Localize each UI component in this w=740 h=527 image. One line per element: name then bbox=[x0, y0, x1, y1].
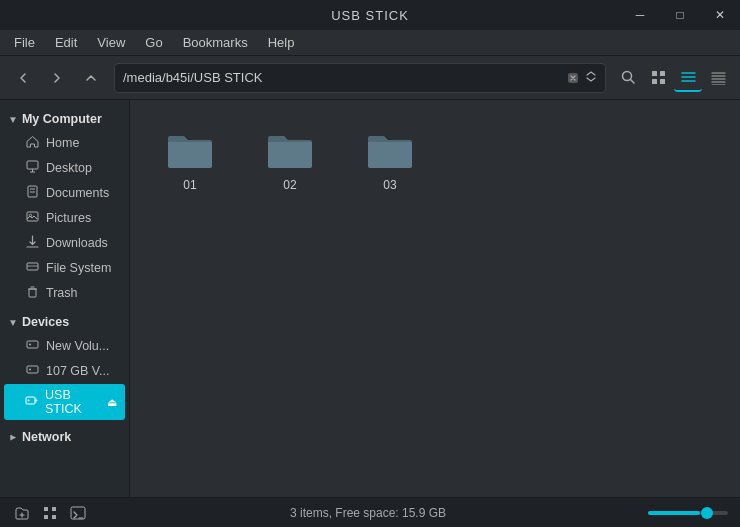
forward-button[interactable] bbox=[42, 63, 72, 93]
folder-02-label: 02 bbox=[283, 178, 296, 192]
menu-view[interactable]: View bbox=[87, 33, 135, 52]
titlebar: USB STICK ─ □ ✕ bbox=[0, 0, 740, 30]
compact-view-button[interactable] bbox=[704, 64, 732, 92]
trash-icon bbox=[24, 285, 40, 301]
menu-edit[interactable]: Edit bbox=[45, 33, 87, 52]
folder-03-label: 03 bbox=[383, 178, 396, 192]
file-area: 01 02 03 bbox=[130, 100, 740, 497]
svg-rect-5 bbox=[652, 79, 657, 84]
window-title: USB STICK bbox=[331, 8, 409, 23]
devices-section[interactable]: ▼ Devices bbox=[0, 311, 129, 333]
svg-rect-24 bbox=[27, 263, 38, 270]
zoom-fill bbox=[648, 511, 700, 515]
folder-02[interactable]: 02 bbox=[250, 120, 330, 200]
address-text: /media/b45i/USB STICK bbox=[123, 70, 563, 85]
svg-rect-29 bbox=[27, 341, 38, 348]
statusbar-zoom bbox=[648, 511, 728, 515]
sidebar-item-107gb[interactable]: 107 GB V... bbox=[4, 359, 125, 383]
menu-bookmarks[interactable]: Bookmarks bbox=[173, 33, 258, 52]
sidebar: ▼ My Computer Home Desktop Documents bbox=[0, 100, 130, 497]
pictures-icon bbox=[24, 210, 40, 226]
search-button[interactable] bbox=[614, 64, 642, 92]
toolbar: /media/b45i/USB STICK bbox=[0, 56, 740, 100]
menu-go[interactable]: Go bbox=[135, 33, 172, 52]
view-mode-button[interactable] bbox=[40, 503, 60, 523]
network-chevron: ▼ bbox=[7, 432, 18, 442]
svg-rect-41 bbox=[71, 507, 85, 519]
sidebar-item-pictures[interactable]: Pictures bbox=[4, 206, 125, 230]
address-expand-button[interactable] bbox=[585, 70, 597, 85]
sidebar-item-trash[interactable]: Trash bbox=[4, 281, 125, 305]
folder-01-label: 01 bbox=[183, 178, 196, 192]
new-volume-label: New Volu... bbox=[46, 339, 109, 353]
downloads-icon bbox=[24, 235, 40, 251]
pictures-label: Pictures bbox=[46, 211, 91, 225]
svg-rect-6 bbox=[660, 79, 665, 84]
zoom-thumb[interactable] bbox=[701, 507, 713, 519]
terminal-button[interactable] bbox=[68, 503, 88, 523]
up-button[interactable] bbox=[76, 63, 106, 93]
address-clear-button[interactable] bbox=[567, 72, 579, 84]
list-view-button[interactable] bbox=[674, 64, 702, 92]
svg-point-32 bbox=[29, 369, 31, 371]
folder-02-icon bbox=[264, 128, 316, 172]
usb-stick-label: USB STICK bbox=[45, 388, 107, 416]
107gb-label: 107 GB V... bbox=[46, 364, 109, 378]
close-button[interactable]: ✕ bbox=[700, 0, 740, 30]
grid-view-button[interactable] bbox=[644, 64, 672, 92]
svg-rect-26 bbox=[29, 289, 36, 297]
address-bar[interactable]: /media/b45i/USB STICK bbox=[114, 63, 606, 93]
svg-rect-33 bbox=[26, 397, 35, 404]
svg-rect-21 bbox=[27, 212, 38, 221]
svg-line-2 bbox=[630, 80, 634, 84]
network-label: Network bbox=[22, 430, 71, 444]
home-label: Home bbox=[46, 136, 79, 150]
statusbar-info: 3 items, Free space: 15.9 GB bbox=[290, 506, 446, 520]
documents-icon bbox=[24, 185, 40, 201]
new-folder-button[interactable] bbox=[12, 503, 32, 523]
view-controls bbox=[614, 64, 732, 92]
usb-icon bbox=[24, 394, 39, 410]
svg-rect-4 bbox=[660, 71, 665, 76]
folder-03-icon bbox=[364, 128, 416, 172]
my-computer-label: My Computer bbox=[22, 112, 102, 126]
menu-file[interactable]: File bbox=[4, 33, 45, 52]
sidebar-item-downloads[interactable]: Downloads bbox=[4, 231, 125, 255]
zoom-slider[interactable] bbox=[648, 511, 728, 515]
home-icon bbox=[24, 135, 40, 151]
back-button[interactable] bbox=[8, 63, 38, 93]
sidebar-item-new-volume[interactable]: New Volu... bbox=[4, 334, 125, 358]
sidebar-item-usb-stick[interactable]: USB STICK ⏏ bbox=[4, 384, 125, 420]
trash-label: Trash bbox=[46, 286, 78, 300]
svg-point-30 bbox=[29, 344, 31, 346]
sidebar-item-documents[interactable]: Documents bbox=[4, 181, 125, 205]
svg-rect-3 bbox=[652, 71, 657, 76]
documents-label: Documents bbox=[46, 186, 109, 200]
menu-help[interactable]: Help bbox=[258, 33, 305, 52]
folder-03[interactable]: 03 bbox=[350, 120, 430, 200]
minimize-button[interactable]: ─ bbox=[620, 0, 660, 30]
volume1-icon bbox=[24, 338, 40, 354]
statusbar: 3 items, Free space: 15.9 GB bbox=[0, 497, 740, 527]
desktop-label: Desktop bbox=[46, 161, 92, 175]
volume2-icon bbox=[24, 363, 40, 379]
folder-01[interactable]: 01 bbox=[150, 120, 230, 200]
svg-rect-40 bbox=[52, 515, 56, 519]
desktop-icon bbox=[24, 160, 40, 176]
eject-icon[interactable]: ⏏ bbox=[107, 396, 117, 409]
svg-rect-31 bbox=[27, 366, 38, 373]
folder-01-icon bbox=[164, 128, 216, 172]
sidebar-item-desktop[interactable]: Desktop bbox=[4, 156, 125, 180]
my-computer-section[interactable]: ▼ My Computer bbox=[0, 108, 129, 130]
network-section[interactable]: ▼ Network bbox=[0, 426, 129, 448]
window-controls: ─ □ ✕ bbox=[620, 0, 740, 30]
filesystem-icon bbox=[24, 260, 40, 276]
sidebar-item-filesystem[interactable]: File System bbox=[4, 256, 125, 280]
filesystem-label: File System bbox=[46, 261, 111, 275]
svg-rect-38 bbox=[52, 507, 56, 511]
sidebar-item-home[interactable]: Home bbox=[4, 131, 125, 155]
svg-point-34 bbox=[28, 400, 30, 402]
my-computer-chevron: ▼ bbox=[8, 114, 18, 125]
maximize-button[interactable]: □ bbox=[660, 0, 700, 30]
devices-label: Devices bbox=[22, 315, 69, 329]
